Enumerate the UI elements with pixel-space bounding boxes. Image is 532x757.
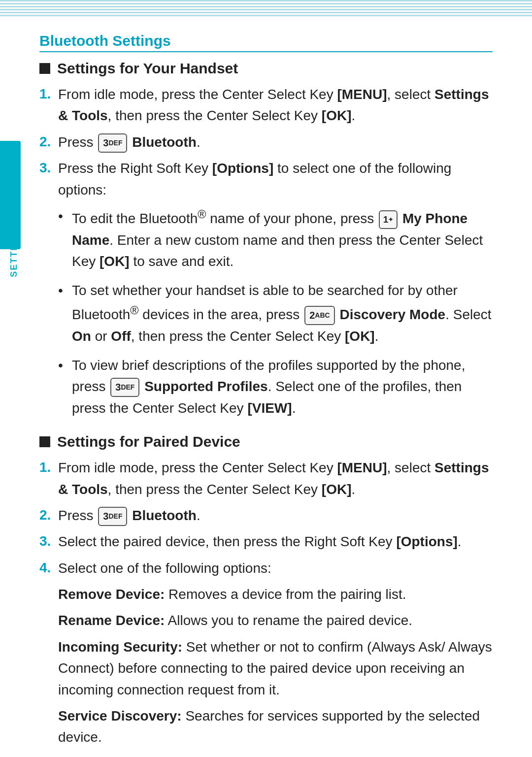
handset-section: Settings for Your Handset 1. From idle m… — [39, 60, 493, 419]
black-square-icon-2 — [39, 436, 50, 447]
def-service-discovery: Service Discovery: Searches for services… — [58, 705, 493, 748]
paired-step-3: 3. Select the paired device, then press … — [39, 531, 493, 552]
section-title: Bluetooth Settings — [39, 33, 493, 52]
bullet-my-phone-name: • To edit the Bluetooth® name of your ph… — [58, 205, 493, 272]
bullet-discovery-mode: • To set whether your handset is able to… — [58, 280, 493, 347]
key-2abc-badge: 2 ABC — [304, 306, 334, 325]
paired-step-1: 1. From idle mode, press the Center Sele… — [39, 457, 493, 500]
header-decoration — [0, 0, 532, 18]
key-3def-badge: 3 DEF — [98, 133, 127, 153]
paired-section: Settings for Paired Device 1. From idle … — [39, 433, 493, 757]
key-1-badge: 1✦ — [379, 210, 398, 229]
handset-title: Settings for Your Handset — [39, 60, 493, 77]
black-square-icon — [39, 63, 50, 74]
handset-bullet-list: • To edit the Bluetooth® name of your ph… — [58, 205, 493, 419]
handset-step-2: 2. Press 3 DEF Bluetooth. — [39, 132, 493, 153]
definitions-block: Remove Device: Removes a device from the… — [58, 584, 493, 757]
paired-step-4: 4. Select one of the following options: — [39, 558, 493, 579]
bullet-supported-profiles: • To view brief descriptions of the prof… — [58, 355, 493, 419]
def-incoming-security: Incoming Security: Set whether or not to… — [58, 636, 493, 700]
handset-step-3: 3. Press the Right Soft Key [Options] to… — [39, 158, 493, 200]
paired-title: Settings for Paired Device — [39, 433, 493, 450]
handset-step-1: 1. From idle mode, press the Center Sele… — [39, 84, 493, 127]
paired-step-2: 2. Press 3 DEF Bluetooth. — [39, 505, 493, 526]
key-3def-badge-2: 3 DEF — [110, 378, 139, 397]
sidebar-label: SETTINGS & TOOLS — [9, 175, 19, 277]
def-remove-device: Remove Device: Removes a device from the… — [58, 584, 493, 605]
def-rename-device: Rename Device: Allows you to rename the … — [58, 610, 493, 631]
def-device-info: Device Info: Displays the paired device … — [58, 753, 493, 757]
key-3def-badge-3: 3 DEF — [98, 507, 127, 526]
